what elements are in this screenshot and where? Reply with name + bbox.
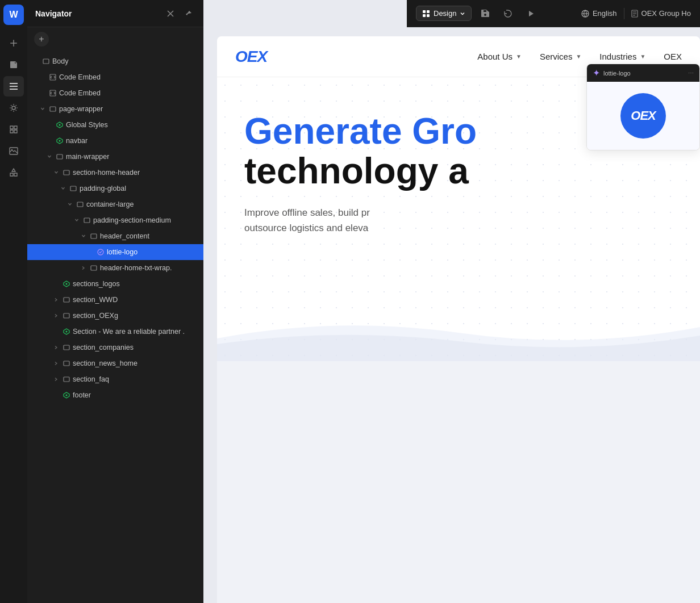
tree-icon-main-wrapper [56, 153, 64, 161]
tree-chevron-section-home-header [52, 169, 60, 177]
tree-icon-section-faq [63, 375, 70, 383]
add-button[interactable] [3, 33, 24, 53]
tree-icon-section-oexg [63, 312, 70, 320]
nav-oex[interactable]: OEX [664, 52, 682, 61]
tree-icon-section-news-home [63, 359, 70, 367]
tree-chevron-header-home-txt-wrap [80, 264, 88, 272]
tree-item-body[interactable]: Body [27, 53, 203, 69]
tree-icon-page-wrapper [49, 105, 57, 113]
svg-rect-11 [70, 186, 76, 191]
services-chevron: ▼ [576, 53, 581, 60]
tree-item-section-reliable[interactable]: Section - We are a reliable partner . [27, 324, 203, 340]
tree-item-section-news-home[interactable]: section_news_home [27, 355, 203, 371]
design-mode-button[interactable]: Design [416, 6, 472, 21]
navigator-title: Navigator [35, 9, 72, 18]
tree-label-main-wrapper: main-wrapper [66, 153, 109, 161]
industries-chevron: ▼ [640, 53, 645, 60]
tree-icon-section-companies [63, 344, 70, 351]
svg-rect-25 [423, 10, 426, 13]
history-icon[interactable] [499, 5, 517, 23]
hero-title-blue: Generate Gro [244, 111, 477, 152]
tree-chevron-section-faq [52, 375, 60, 383]
tree-label-section-home-header: section-home-header [73, 169, 140, 177]
language-selector[interactable]: English [581, 9, 617, 18]
nav-about[interactable]: About Us ▼ [477, 52, 522, 61]
svg-rect-10 [64, 170, 69, 175]
preview-icon[interactable] [522, 5, 540, 23]
tree-label-section-oexg: section_OEXg [73, 312, 118, 320]
styles-icon[interactable] [3, 98, 24, 118]
tree-item-header-home-txt-wrap[interactable]: header-home-txt-wrap. [27, 260, 203, 276]
canvas-area: Design [203, 0, 700, 603]
tree-item-global-styles[interactable]: Global Styles [27, 117, 203, 133]
add-element-button[interactable]: + [34, 32, 49, 47]
svg-point-8 [59, 140, 61, 142]
tree-label-navbar: navbar [66, 137, 88, 145]
tree-item-container-large[interactable]: container-large [27, 196, 203, 212]
svg-point-0 [12, 106, 15, 110]
tree-item-section-faq[interactable]: section_faq [27, 371, 203, 387]
svg-point-17 [66, 283, 68, 285]
hero-content: Generate Gro technology a Improve offlin… [244, 111, 673, 236]
tree-label-code-embed-2: Code Embed [59, 89, 101, 97]
tree-item-lottie-logo[interactable]: lottie-logo [27, 244, 203, 260]
tree-label-section-wwd: section_WWD [73, 296, 118, 304]
webflow-logo[interactable]: W [3, 5, 24, 25]
svg-rect-28 [427, 14, 430, 17]
svg-rect-26 [427, 10, 430, 13]
svg-rect-12 [77, 202, 83, 207]
components-icon[interactable] [3, 162, 24, 183]
tree-label-sections-logos: sections_logos [73, 280, 120, 288]
tree-item-page-wrapper[interactable]: page-wrapper [27, 101, 203, 117]
lottie-popup-header: ✦ lottie-logo ⋯ [587, 64, 699, 82]
assets-icon[interactable] [3, 119, 24, 140]
tree-icon-footer [63, 391, 70, 399]
image-icon[interactable] [3, 141, 24, 161]
tree-label-header-content: header_content [100, 232, 149, 240]
tree-label-lottie-logo: lottie-logo [107, 248, 138, 256]
pin-icon[interactable] [182, 7, 195, 20]
svg-point-24 [66, 395, 68, 396]
tree-item-section-wwd[interactable]: section_WWD [27, 292, 203, 308]
tree-label-container-large: container-large [86, 200, 134, 208]
nav-services[interactable]: Services ▼ [540, 52, 581, 61]
tree-item-padding-global[interactable]: padding-global [27, 181, 203, 196]
tree-item-section-oexg[interactable]: section_OEXg [27, 308, 203, 324]
tree-item-footer[interactable]: footer [27, 387, 203, 403]
tree-item-padding-section-medium[interactable]: padding-section-medium [27, 212, 203, 228]
svg-rect-19 [64, 313, 69, 318]
nav-industries[interactable]: Industries ▼ [599, 52, 645, 61]
lottie-options: ⋯ [688, 70, 694, 76]
svg-point-20 [66, 331, 68, 333]
tree-item-code-embed-2[interactable]: Code Embed [27, 85, 203, 101]
tree-label-section-news-home: section_news_home [73, 359, 138, 367]
tree-item-section-home-header[interactable]: section-home-header [27, 165, 203, 181]
nav-links: About Us ▼ Services ▼ Industries ▼ OEX [477, 52, 682, 61]
tree-chevron-page-wrapper [39, 105, 47, 113]
navigator-panel: Navigator + [27, 0, 203, 603]
tree-chevron-header-content [80, 232, 88, 240]
tree-chevron-container-large [66, 200, 74, 208]
tree-item-code-embed-1[interactable]: Code Embed [27, 69, 203, 85]
tree-item-main-wrapper[interactable]: main-wrapper [27, 149, 203, 165]
tree-item-navbar[interactable]: navbar [27, 133, 203, 149]
tree-label-section-companies: section_companies [73, 344, 134, 351]
about-chevron: ▼ [516, 53, 522, 60]
close-nav-icon[interactable] [164, 7, 177, 20]
tree-icon-lottie-logo [97, 248, 105, 256]
svg-rect-9 [57, 154, 63, 159]
svg-rect-18 [64, 298, 69, 302]
site-logo: OEX [235, 48, 267, 66]
language-label: English [593, 9, 617, 18]
navigator-icon[interactable] [3, 76, 24, 97]
tree-item-sections-logos[interactable]: sections_logos [27, 276, 203, 292]
save-icon[interactable] [476, 5, 494, 23]
tree-chevron-section-news-home [52, 359, 60, 367]
tree-icon-header-content [90, 232, 98, 240]
tree-item-header-content[interactable]: header_content [27, 228, 203, 244]
tree-label-padding-section-medium: padding-section-medium [93, 216, 171, 224]
tree-item-section-companies[interactable]: section_companies [27, 340, 203, 355]
left-toolbar: W [0, 0, 27, 603]
pages-icon[interactable] [3, 55, 24, 75]
canvas-topbar: Design [407, 0, 700, 27]
